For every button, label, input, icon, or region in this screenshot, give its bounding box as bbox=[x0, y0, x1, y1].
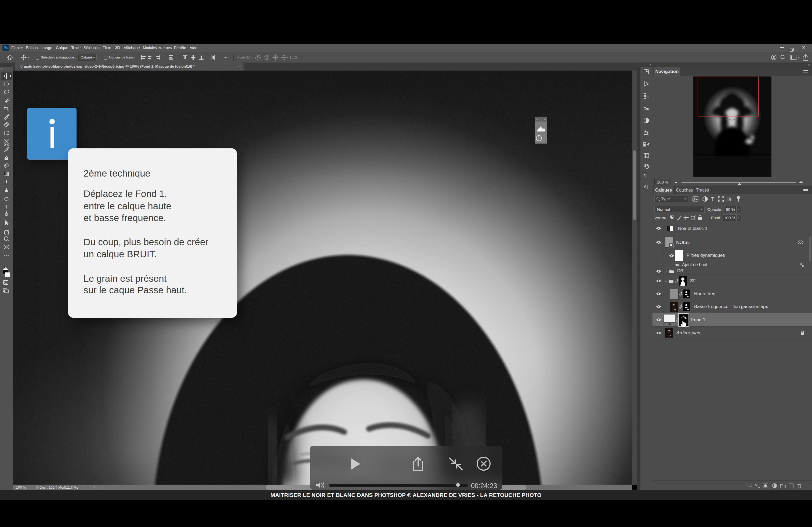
svg-text:T: T bbox=[711, 196, 714, 202]
svg-text:fx: fx bbox=[755, 483, 758, 488]
svg-text:A|: A| bbox=[644, 184, 648, 190]
svg-text:T: T bbox=[4, 204, 8, 210]
svg-text:¶: ¶ bbox=[644, 173, 647, 178]
svg-text:5: 5 bbox=[647, 95, 649, 99]
